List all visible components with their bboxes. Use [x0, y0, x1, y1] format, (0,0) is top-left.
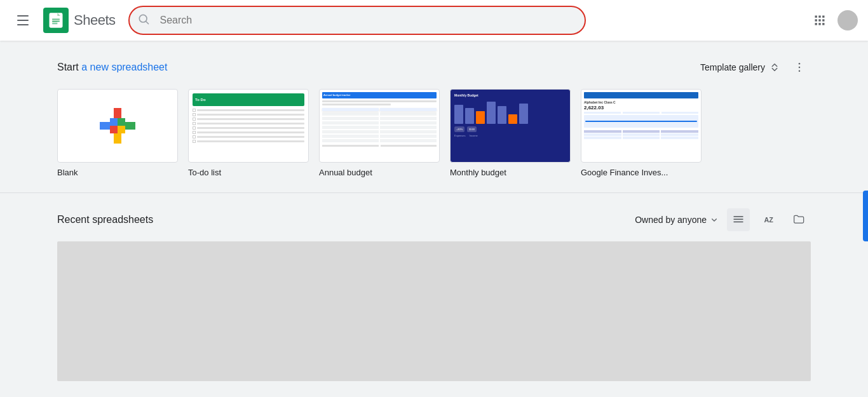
sort-icon: AZ [763, 213, 775, 226]
svg-rect-13 [818, 23, 820, 25]
template-gallery-button[interactable]: Template gallery [700, 62, 780, 73]
grid-icon [813, 14, 826, 27]
search-input[interactable] [128, 6, 586, 35]
template-thumbnail-annual-budget: Annual budget tracker [319, 89, 440, 163]
list-view-icon [732, 213, 745, 226]
svg-rect-7 [818, 16, 820, 18]
avatar[interactable] [837, 10, 858, 30]
main-content: Start a new spreadsheet Template gallery [0, 41, 868, 396]
svg-point-17 [799, 71, 801, 72]
folder-icon [793, 213, 806, 226]
template-thumbnail-todo: To Do [188, 89, 309, 163]
sort-button[interactable]: AZ [757, 208, 780, 231]
folder-view-button[interactable] [788, 208, 811, 231]
template-thumbnail-google-finance: Alphabet Inc Class C 2,622.03 [581, 89, 702, 163]
more-options-button[interactable] [788, 56, 811, 79]
template-card-google-finance[interactable]: Alphabet Inc Class C 2,622.03 [581, 89, 702, 177]
header-right [807, 8, 858, 33]
scrollbar-thumb[interactable] [863, 191, 868, 241]
template-card-blank[interactable]: Blank [57, 89, 178, 177]
template-label-google-finance: Google Finance Inves... [581, 168, 702, 177]
hamburger-menu-button[interactable] [10, 8, 36, 33]
owned-by-button[interactable]: Owned by anyone [635, 215, 719, 225]
owned-by-label: Owned by anyone [635, 215, 707, 225]
svg-point-16 [799, 67, 801, 69]
svg-rect-6 [815, 16, 817, 18]
svg-rect-12 [815, 23, 817, 25]
template-thumbnail-monthly-budget: Monthly Budget +30% $500 [450, 89, 571, 163]
chevron-down-icon [709, 215, 719, 225]
svg-text:AZ: AZ [764, 216, 774, 224]
svg-rect-26 [734, 216, 743, 217]
search-wrapper [128, 6, 586, 35]
svg-rect-28 [734, 222, 743, 223]
google-apps-button[interactable] [807, 8, 832, 33]
template-section: Start a new spreadsheet Template gallery [0, 56, 868, 177]
template-label-monthly-budget: Monthly budget [450, 168, 571, 177]
svg-rect-14 [822, 23, 824, 25]
search-icon [137, 13, 150, 28]
svg-rect-24 [110, 126, 118, 133]
template-label-annual-budget: Annual budget [319, 168, 440, 177]
template-label-blank: Blank [57, 168, 178, 177]
svg-rect-18 [100, 122, 110, 130]
svg-rect-20 [114, 108, 121, 118]
hamburger-icon [17, 15, 29, 25]
app-name-label: Sheets [74, 12, 116, 29]
more-vert-icon [793, 61, 806, 74]
template-section-header: Start a new spreadsheet Template gallery [57, 56, 811, 79]
app-header: Sheets [0, 0, 868, 41]
svg-rect-8 [822, 16, 824, 18]
template-card-annual-budget[interactable]: Annual budget tracker [319, 89, 440, 177]
google-plus-icon [100, 108, 135, 144]
recent-section: Recent spreadsheets Owned by anyone [0, 208, 868, 381]
sheets-icon [43, 8, 69, 33]
svg-rect-9 [815, 19, 817, 21]
svg-rect-10 [818, 19, 820, 21]
new-spreadsheet-link[interactable]: a new spreadsheet [81, 62, 167, 72]
svg-rect-22 [110, 118, 118, 126]
recent-empty-area [57, 241, 811, 381]
recent-controls: Owned by anyone AZ [635, 208, 811, 231]
svg-rect-25 [118, 126, 125, 133]
app-logo-link[interactable]: Sheets [43, 8, 116, 33]
template-card-monthly-budget[interactable]: Monthly Budget +30% $500 [450, 89, 571, 177]
templates-grid: Blank To Do [57, 89, 811, 177]
expand-icon [769, 62, 780, 73]
section-divider [0, 192, 868, 193]
svg-rect-23 [118, 118, 125, 126]
svg-rect-27 [734, 219, 743, 220]
svg-line-5 [146, 22, 148, 24]
template-label-todo: To-do list [188, 168, 309, 177]
section-title: Start a new spreadsheet [57, 62, 167, 73]
recent-header: Recent spreadsheets Owned by anyone [57, 208, 811, 231]
list-view-button[interactable] [727, 208, 750, 231]
svg-rect-1 [52, 19, 60, 20]
template-header-controls: Template gallery [700, 56, 811, 79]
svg-rect-3 [52, 22, 57, 22]
template-gallery-label: Template gallery [700, 62, 765, 72]
svg-point-15 [799, 63, 801, 65]
svg-rect-2 [52, 20, 60, 21]
template-thumbnail-blank [57, 89, 178, 163]
svg-rect-11 [822, 19, 824, 21]
template-card-todo[interactable]: To Do To-do list [188, 89, 309, 177]
recent-title: Recent spreadsheets [57, 214, 153, 225]
